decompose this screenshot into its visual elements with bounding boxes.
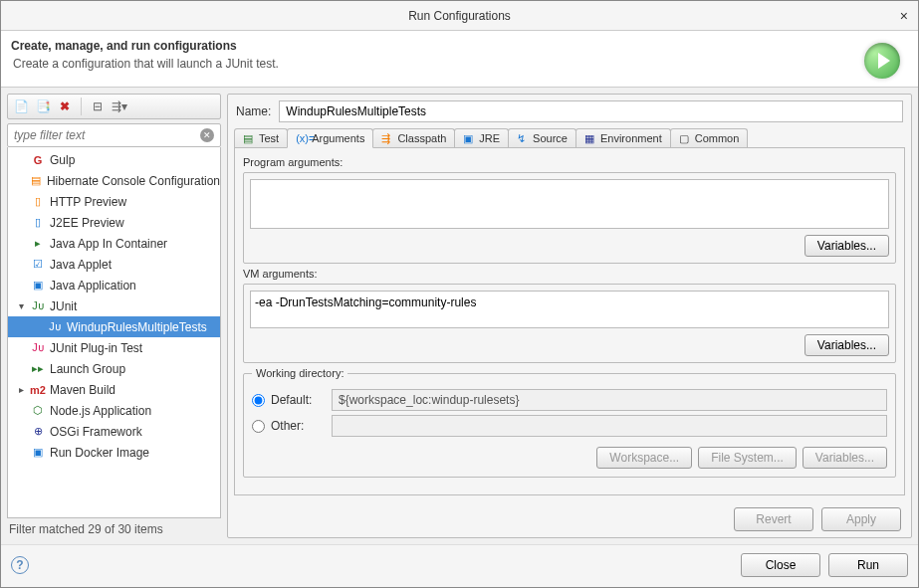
tab-classpath[interactable]: ⇶Classpath	[372, 128, 455, 147]
config-toolbar: 📄 📑 ✖ ⊟ ⇶▾	[7, 94, 221, 119]
tree-item-gulp[interactable]: GGulp	[8, 149, 220, 170]
program-args-input[interactable]	[250, 179, 889, 229]
tree-item-junitplugin[interactable]: JᴜJUnit Plug-in Test	[8, 337, 220, 358]
wd-other-input	[332, 415, 887, 437]
working-directory-legend: Working directory:	[252, 367, 347, 379]
duplicate-config-icon[interactable]: 📑	[34, 98, 52, 115]
collapse-all-icon[interactable]: ⊟	[89, 98, 107, 115]
run-button[interactable]: Run	[828, 553, 908, 577]
run-large-icon	[864, 43, 900, 79]
vm-args-input[interactable]: -ea -DrunTestsMatching=community-rules	[250, 291, 889, 328]
tree-item-javaapp[interactable]: ▣Java Application	[8, 275, 220, 295]
tab-environment[interactable]: ▦Environment	[575, 128, 671, 147]
vm-args-variables-button[interactable]: Variables...	[804, 334, 889, 356]
filter-box: ✕	[7, 123, 221, 147]
wd-default-radio[interactable]	[252, 394, 265, 407]
filter-input[interactable]	[14, 128, 200, 142]
tabs: ▤Test (x)=Arguments ⇶Classpath ▣JRE ↯Sou…	[228, 128, 911, 147]
wd-other-radio[interactable]	[252, 420, 265, 433]
workspace-button[interactable]: Workspace...	[596, 447, 692, 469]
tree-item-j2ee[interactable]: ▯J2EE Preview	[8, 212, 220, 233]
window-title: Run Configurations	[408, 9, 511, 23]
wd-other-label: Other:	[271, 419, 304, 433]
wd-default-input	[332, 389, 887, 411]
tab-test[interactable]: ▤Test	[234, 128, 288, 147]
tree-item-maven[interactable]: ▸m2Maven Build	[8, 379, 220, 400]
filter-dropdown-icon[interactable]: ⇶▾	[111, 98, 128, 115]
revert-button[interactable]: Revert	[734, 507, 813, 531]
tab-jre[interactable]: ▣JRE	[454, 128, 509, 147]
tree-item-launchgroup[interactable]: ▸▸Launch Group	[8, 358, 220, 379]
close-button[interactable]: Close	[741, 553, 820, 577]
name-label: Name:	[236, 104, 271, 118]
tree-item-http[interactable]: ▯HTTP Preview	[8, 191, 220, 212]
config-tree[interactable]: GGulp ▤Hibernate Console Configuration ▯…	[7, 147, 221, 518]
vm-args-label: VM arguments:	[243, 268, 896, 280]
tab-source[interactable]: ↯Source	[508, 128, 576, 147]
tab-common[interactable]: ▢Common	[670, 128, 749, 147]
tree-item-applet[interactable]: ☑Java Applet	[8, 254, 220, 275]
tree-item-hibernate[interactable]: ▤Hibernate Console Configuration	[8, 170, 220, 191]
wd-variables-button[interactable]: Variables...	[803, 447, 887, 469]
tree-item-nodejs[interactable]: ⬡Node.js Application	[8, 400, 220, 421]
header-title: Create, manage, and run configurations	[11, 39, 237, 53]
filesystem-button[interactable]: File System...	[698, 447, 797, 469]
wd-default-label: Default:	[271, 393, 312, 407]
delete-config-icon[interactable]: ✖	[56, 98, 74, 115]
filter-status: Filter matched 29 of 30 items	[7, 518, 221, 538]
help-icon[interactable]: ?	[11, 556, 29, 574]
tree-item-junit[interactable]: ▾JᴜJUnit	[8, 295, 220, 316]
tree-item-windup[interactable]: JᴜWindupRulesMultipleTests	[8, 316, 220, 337]
apply-button[interactable]: Apply	[821, 507, 901, 531]
tab-body-arguments: Program arguments: Variables... VM argum…	[234, 147, 905, 495]
tree-item-javacont[interactable]: ▸Java App In Container	[8, 233, 220, 254]
header: Create, manage, and run configurations C…	[1, 31, 918, 88]
tab-arguments[interactable]: (x)=Arguments	[287, 128, 373, 148]
tree-item-osgi[interactable]: ⊕OSGi Framework	[8, 421, 220, 442]
titlebar: Run Configurations ×	[1, 1, 918, 31]
program-args-variables-button[interactable]: Variables...	[804, 235, 889, 257]
header-subtitle: Create a configuration that will launch …	[13, 57, 279, 71]
tree-item-docker[interactable]: ▣Run Docker Image	[8, 442, 220, 463]
name-input[interactable]	[279, 100, 903, 122]
program-args-label: Program arguments:	[243, 156, 896, 168]
new-config-icon[interactable]: 📄	[12, 98, 30, 115]
clear-filter-icon[interactable]: ✕	[200, 128, 214, 142]
close-icon[interactable]: ×	[900, 8, 908, 24]
working-directory-group: Working directory: Default: Other:	[243, 367, 896, 478]
